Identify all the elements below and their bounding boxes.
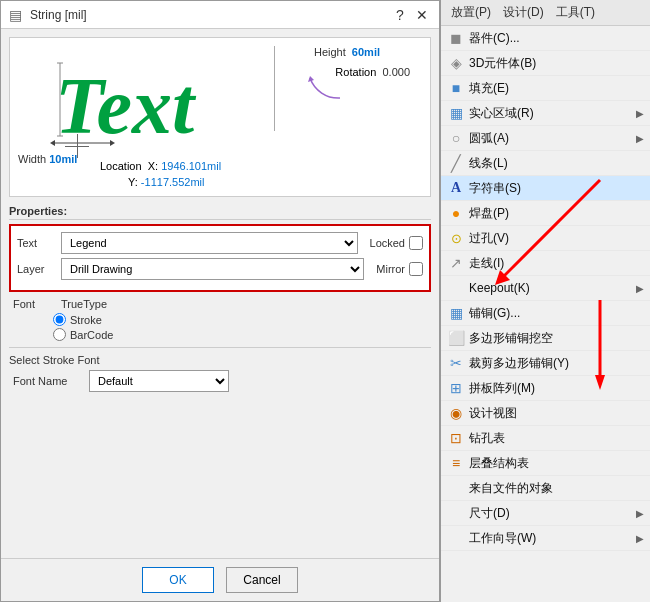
dialog-footer: OK Cancel <box>1 558 439 601</box>
layer-select[interactable]: Drill Drawing <box>61 258 364 280</box>
menu-header-tools[interactable]: 工具(T) <box>550 2 601 23</box>
layer-prop-label: Layer <box>17 263 57 275</box>
menu-item-3d[interactable]: ◈ 3D元件体(B) <box>441 51 650 76</box>
location-label-area: Location X: 1946.101mil <box>100 160 221 172</box>
menu-item-line[interactable]: ╱ 线条(L) <box>441 151 650 176</box>
menu-item-clip-copper[interactable]: ✂ 裁剪多边形铺铜(Y) <box>441 351 650 376</box>
menu-item-fill-label: 填充(E) <box>469 80 644 97</box>
menu-header-design[interactable]: 设计(D) <box>497 2 550 23</box>
location-y-value: -1117.552mil <box>141 176 205 188</box>
menu-header-place[interactable]: 放置(P) <box>445 2 497 23</box>
menu-item-arc[interactable]: ○ 圆弧(A) ▶ <box>441 126 650 151</box>
stroke-font-section: Select Stroke Font Font Name Default <box>9 347 431 392</box>
menu-item-keepout[interactable]: Keepout(K) ▶ <box>441 276 650 301</box>
fill-icon: ■ <box>447 79 465 97</box>
width-value: 10mil <box>49 153 77 165</box>
string-dialog: ▤ String [mil] ? ✕ .big-t { font-family:… <box>0 0 440 602</box>
component-icon: ◼ <box>447 29 465 47</box>
dialog-title-text: String [mil] <box>30 8 87 22</box>
menu-item-work-guide-label: 工作向导(W) <box>469 530 632 547</box>
rotation-value: 0.000 <box>382 66 410 78</box>
locked-checkbox[interactable] <box>409 236 423 250</box>
menu-item-layer-stack-label: 层叠结构表 <box>469 455 644 472</box>
stroke-font-select[interactable]: Default <box>89 370 229 392</box>
menu-header-bar: 放置(P) 设计(D) 工具(T) <box>441 0 650 26</box>
font-radio-group: Stroke BarCode <box>53 313 431 341</box>
menu-item-solid-region[interactable]: ▦ 实心区域(R) ▶ <box>441 101 650 126</box>
pad-icon: ● <box>447 204 465 222</box>
menu-item-from-file[interactable]: 来自文件的对象 <box>441 476 650 501</box>
drill-table-icon: ⊡ <box>447 429 465 447</box>
barcode-radio-label: BarCode <box>70 329 113 341</box>
menu-item-fill[interactable]: ■ 填充(E) <box>441 76 650 101</box>
menu-items-list: ◼ 器件(C)... ◈ 3D元件体(B) ■ 填充(E) ▦ 实心区域(R) … <box>441 26 650 602</box>
menu-item-component-label: 器件(C)... <box>469 30 644 47</box>
stroke-font-row: Font Name Default <box>9 370 431 392</box>
menu-item-pad-label: 焊盘(P) <box>469 205 644 222</box>
menu-item-string[interactable]: A 字符串(S) <box>441 176 650 201</box>
layer-stack-icon: ≡ <box>447 454 465 472</box>
dimension-icon <box>447 504 465 522</box>
menu-item-clip-copper-label: 裁剪多边形铺铜(Y) <box>469 355 644 372</box>
stroke-font-label: Font Name <box>13 375 83 387</box>
menu-item-dimension-label: 尺寸(D) <box>469 505 632 522</box>
design-view-icon: ◉ <box>447 404 465 422</box>
copper-cutout-icon: ⬜ <box>447 329 465 347</box>
copper-icon: ▦ <box>447 304 465 322</box>
menu-item-drill-table[interactable]: ⊡ 钻孔表 <box>441 426 650 451</box>
text-select[interactable]: Legend <box>61 232 358 254</box>
menu-item-design-view[interactable]: ◉ 设计视图 <box>441 401 650 426</box>
properties-box: Text Legend Locked Layer Drill Drawing M… <box>9 224 431 292</box>
panel-array-icon: ⊞ <box>447 379 465 397</box>
crosshair-v <box>77 134 78 158</box>
menu-item-trace[interactable]: ↗ 走线(I) <box>441 251 650 276</box>
keepout-arrow: ▶ <box>636 283 644 294</box>
menu-item-pad[interactable]: ● 焊盘(P) <box>441 201 650 226</box>
stroke-radio-label: Stroke <box>70 314 102 326</box>
mirror-label: Mirror <box>376 263 405 275</box>
svg-marker-5 <box>50 140 55 146</box>
width-label-area: Width 10mil <box>18 153 77 165</box>
dialog-content: .big-t { font-family: serif; font-size: … <box>1 29 439 558</box>
stroke-radio-row: Stroke <box>53 313 431 326</box>
menu-item-copper[interactable]: ▦ 铺铜(G)... <box>441 301 650 326</box>
menu-item-panel-array-label: 拼板阵列(M) <box>469 380 644 397</box>
keepout-icon <box>447 279 465 297</box>
work-guide-icon <box>447 529 465 547</box>
width-label: Width <box>18 153 46 165</box>
menu-item-drill-table-label: 钻孔表 <box>469 430 644 447</box>
stroke-radio[interactable] <box>53 313 66 326</box>
menu-item-component[interactable]: ◼ 器件(C)... <box>441 26 650 51</box>
menu-item-line-label: 线条(L) <box>469 155 644 172</box>
ok-button[interactable]: OK <box>142 567 214 593</box>
location-x-value: 1946.101mil <box>161 160 221 172</box>
font-prop-label: Font <box>13 298 53 310</box>
height-label: Height <box>314 46 346 58</box>
mirror-checkbox[interactable] <box>409 262 423 276</box>
menu-item-work-guide[interactable]: 工作向导(W) ▶ <box>441 526 650 551</box>
menu-item-trace-label: 走线(I) <box>469 255 644 272</box>
menu-item-via[interactable]: ⊙ 过孔(V) <box>441 226 650 251</box>
work-guide-arrow: ▶ <box>636 533 644 544</box>
menu-item-copper-cutout[interactable]: ⬜ 多边形铺铜挖空 <box>441 326 650 351</box>
menu-item-dimension[interactable]: 尺寸(D) ▶ <box>441 501 650 526</box>
mirror-area: Mirror <box>376 262 423 276</box>
menu-item-arc-label: 圆弧(A) <box>469 130 632 147</box>
rotation-arc <box>300 58 350 108</box>
dialog-question-btn[interactable]: ? <box>391 6 409 24</box>
menu-item-layer-stack[interactable]: ≡ 层叠结构表 <box>441 451 650 476</box>
menu-item-3d-label: 3D元件体(B) <box>469 55 644 72</box>
properties-section-title: Properties: <box>9 205 431 220</box>
cancel-button[interactable]: Cancel <box>226 567 298 593</box>
dialog-close-btn[interactable]: ✕ <box>413 6 431 24</box>
barcode-radio[interactable] <box>53 328 66 341</box>
right-menu-panel: 放置(P) 设计(D) 工具(T) ◼ 器件(C)... ◈ 3D元件体(B) … <box>440 0 650 602</box>
font-section: Font TrueType Stroke BarCode <box>9 298 431 341</box>
dialog-titlebar: ▤ String [mil] ? ✕ <box>1 1 439 29</box>
location-label: Location <box>100 160 142 172</box>
dialog-controls: ? ✕ <box>391 6 431 24</box>
menu-item-panel-array[interactable]: ⊞ 拼板阵列(M) <box>441 376 650 401</box>
menu-item-copper-label: 铺铜(G)... <box>469 305 644 322</box>
preview-text: .big-t { font-family: serif; font-size: … <box>50 48 270 151</box>
font-type-row: Font TrueType <box>9 298 431 310</box>
